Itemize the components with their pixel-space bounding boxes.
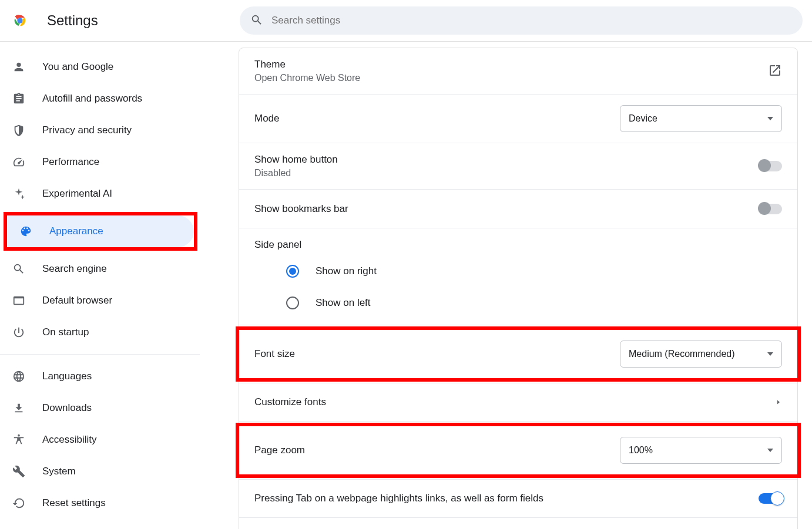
sidebar-item-label: System: [42, 466, 76, 477]
chevron-right-icon: [775, 397, 782, 407]
sidebar-group-advanced: Languages Downloads Accessibility System…: [0, 360, 200, 525]
sidebar-group-main: You and Google Autofill and passwords Pr…: [0, 51, 200, 355]
download-icon: [12, 401, 26, 415]
sidebar-item-appearance[interactable]: Appearance: [7, 215, 194, 247]
page-zoom-title: Page zoom: [254, 444, 620, 456]
shield-icon: [12, 123, 26, 137]
mode-title: Mode: [254, 113, 620, 124]
sidebar-item-label: Downloads: [42, 402, 92, 414]
tab-highlight-row: Pressing Tab on a webpage highlights lin…: [239, 479, 797, 518]
sidebar-item-performance[interactable]: Performance: [0, 146, 192, 178]
person-icon: [12, 60, 26, 74]
mode-select[interactable]: Device: [620, 105, 782, 132]
sidebar-item-label: You and Google: [42, 61, 113, 73]
chrome-logo-icon: [12, 12, 28, 29]
sidebar-item-label: Search engine: [42, 263, 107, 275]
bookmarks-row: Show bookmarks bar: [239, 190, 797, 228]
search-icon: [12, 262, 26, 276]
sidebar-item-label: Experimental AI: [42, 188, 112, 200]
sidebar-item-experimental-ai[interactable]: Experimental AI: [0, 178, 192, 210]
wrench-icon: [12, 464, 26, 479]
caret-down-icon: [767, 352, 773, 356]
tab-highlight-toggle[interactable]: [759, 493, 782, 504]
search-container: [240, 6, 803, 35]
sidebar-item-autofill[interactable]: Autofill and passwords: [0, 83, 192, 114]
side-panel-right-row[interactable]: Show on right: [239, 255, 797, 287]
side-panel-title: Side panel: [239, 228, 797, 255]
sidebar-item-label: Reset settings: [42, 497, 106, 509]
sidebar-item-label: Accessibility: [42, 434, 97, 446]
clipboard-icon: [12, 92, 26, 106]
sidebar-item-label: Performance: [42, 156, 99, 168]
radio-label: Show on left: [316, 297, 371, 309]
header: Settings: [0, 0, 812, 42]
main-content: Theme Open Chrome Web Store Mode Device …: [200, 42, 812, 529]
power-icon: [12, 325, 26, 339]
sidebar-item-label: Autofill and passwords: [42, 93, 142, 105]
highlight-appearance: Appearance: [4, 212, 197, 251]
sidebar-item-on-startup[interactable]: On startup: [0, 316, 192, 348]
sidebar-item-reset[interactable]: Reset settings: [0, 487, 192, 519]
sidebar-item-system[interactable]: System: [0, 456, 192, 487]
page-title: Settings: [47, 12, 98, 29]
sidebar-item-label: Languages: [42, 370, 92, 382]
page-zoom-select[interactable]: 100%: [620, 437, 782, 464]
sparkle-icon: [12, 187, 26, 201]
search-icon: [250, 14, 271, 28]
sidebar: You and Google Autofill and passwords Pr…: [0, 42, 200, 529]
sidebar-item-privacy[interactable]: Privacy and security: [0, 114, 192, 146]
mode-select-value: Device: [629, 113, 657, 124]
sidebar-item-languages[interactable]: Languages: [0, 360, 192, 392]
palette-icon: [19, 224, 33, 238]
sidebar-item-accessibility[interactable]: Accessibility: [0, 424, 192, 456]
font-size-value: Medium (Recommended): [629, 349, 735, 359]
customize-fonts-title: Customize fonts: [254, 396, 775, 408]
sidebar-item-search-engine[interactable]: Search engine: [0, 253, 192, 285]
font-size-select[interactable]: Medium (Recommended): [620, 341, 782, 368]
highlight-font-size: Font size Medium (Recommended): [236, 326, 801, 382]
bookmarks-toggle[interactable]: [759, 204, 782, 214]
radio-show-left[interactable]: [286, 296, 299, 309]
page-zoom-row: Page zoom 100%: [239, 426, 797, 474]
home-title: Show home button: [254, 154, 759, 166]
font-size-row: Font size Medium (Recommended): [239, 330, 797, 378]
side-panel-section: Side panel Show on right Show on left: [239, 228, 797, 325]
sidebar-item-downloads[interactable]: Downloads: [0, 392, 192, 424]
appearance-card: Theme Open Chrome Web Store Mode Device …: [239, 48, 798, 529]
page-zoom-value: 100%: [629, 445, 653, 456]
sidebar-item-label: On startup: [42, 326, 89, 338]
home-sub: Disabled: [254, 168, 759, 178]
search-input[interactable]: [271, 15, 792, 26]
globe-icon: [12, 369, 26, 383]
theme-sub: Open Chrome Web Store: [254, 73, 768, 83]
font-size-title: Font size: [254, 348, 620, 360]
search-box[interactable]: [240, 6, 803, 35]
caret-down-icon: [767, 117, 773, 120]
radio-label: Show on right: [316, 265, 377, 277]
sidebar-item-label: Appearance: [49, 225, 103, 237]
customize-fonts-row[interactable]: Customize fonts: [239, 383, 797, 422]
accessibility-icon: [12, 433, 26, 447]
speed-icon: [12, 155, 26, 169]
home-button-toggle[interactable]: [759, 161, 782, 171]
home-button-row: Show home button Disabled: [239, 143, 797, 190]
theme-title: Theme: [254, 59, 768, 70]
side-panel-left-row[interactable]: Show on left: [239, 287, 797, 319]
bookmarks-title: Show bookmarks bar: [254, 203, 759, 215]
caret-down-icon: [767, 449, 773, 452]
radio-show-right[interactable]: [286, 265, 299, 278]
sidebar-item-you-and-google[interactable]: You and Google: [0, 51, 192, 83]
reset-icon: [12, 496, 26, 510]
highlight-page-zoom: Page zoom 100%: [236, 423, 801, 478]
open-external-icon: [768, 63, 782, 79]
theme-row[interactable]: Theme Open Chrome Web Store: [239, 48, 797, 95]
sidebar-item-default-browser[interactable]: Default browser: [0, 285, 192, 316]
quit-warning-row: Show warning before quitting with ⌘Q: [239, 518, 797, 529]
tab-title: Pressing Tab on a webpage highlights lin…: [254, 493, 759, 504]
sidebar-item-label: Default browser: [42, 295, 112, 306]
mode-row: Mode Device: [239, 95, 797, 143]
browser-icon: [12, 294, 26, 308]
sidebar-item-label: Privacy and security: [42, 124, 132, 136]
